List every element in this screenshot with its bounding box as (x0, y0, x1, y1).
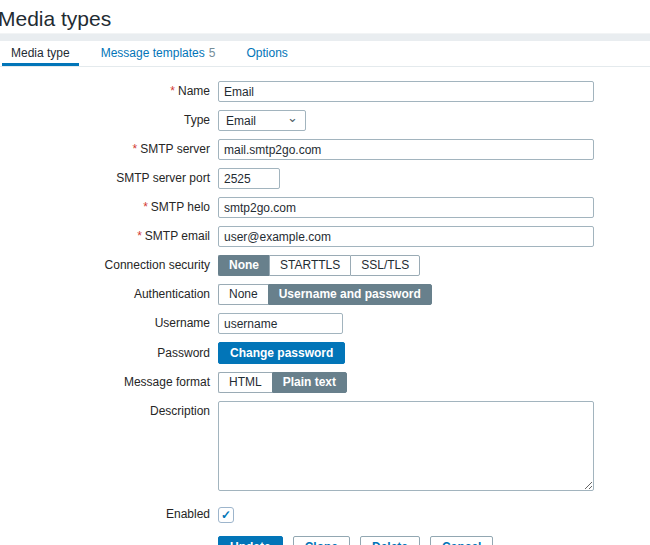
chevron-down-icon: ⌄ (287, 113, 298, 123)
smtp-email-row: *SMTP email (0, 226, 650, 247)
authentication-row: Authentication None Username and passwor… (0, 284, 650, 305)
connection-security-option-none[interactable]: None (218, 255, 269, 276)
authentication-option-none[interactable]: None (218, 284, 268, 305)
tab-bar: Media type Message templates5 Options (0, 41, 650, 67)
type-label: Type (0, 110, 218, 131)
smtp-server-port-input[interactable] (218, 168, 280, 189)
smtp-server-port-row: SMTP server port (0, 168, 650, 189)
type-select-value: Email (226, 114, 256, 128)
authentication-segmented: None Username and password (218, 284, 432, 305)
smtp-server-label: *SMTP server (0, 139, 218, 160)
smtp-server-port-label: SMTP server port (0, 168, 218, 189)
delete-button[interactable]: Delete (360, 536, 420, 545)
name-input[interactable] (218, 81, 594, 102)
name-row: *Name (0, 81, 650, 102)
message-format-label: Message format (0, 372, 218, 393)
username-label: Username (0, 313, 218, 334)
required-asterisk: * (170, 84, 175, 98)
required-asterisk: * (143, 200, 148, 214)
password-label: Password (0, 343, 218, 364)
change-password-button[interactable]: Change password (218, 342, 345, 364)
footer-row: Update Clone Delete Cancel (0, 536, 650, 545)
tab-media-type[interactable]: Media type (2, 41, 79, 66)
enabled-row: Enabled ✓ (0, 504, 650, 525)
cancel-button[interactable]: Cancel (430, 536, 493, 545)
description-row: Description (0, 401, 650, 491)
tab-options[interactable]: Options (237, 41, 296, 66)
connection-security-option-starttls[interactable]: STARTTLS (269, 255, 350, 276)
authentication-option-username-password[interactable]: Username and password (268, 284, 432, 305)
enabled-checkbox[interactable]: ✓ (218, 507, 234, 523)
media-type-form: *Name Type Email ⌄ *SMTP server SMTP ser… (0, 67, 650, 545)
type-select[interactable]: Email ⌄ (218, 110, 306, 131)
smtp-helo-input[interactable] (218, 197, 594, 218)
required-asterisk: * (133, 142, 138, 156)
message-format-segmented: HTML Plain text (218, 372, 347, 393)
enabled-label: Enabled (0, 504, 218, 525)
type-row: Type Email ⌄ (0, 110, 650, 131)
connection-security-row: Connection security None STARTTLS SSL/TL… (0, 255, 650, 276)
required-asterisk: * (137, 229, 142, 243)
update-button[interactable]: Update (218, 536, 283, 545)
page-title: Media types (0, 0, 650, 33)
authentication-label: Authentication (0, 284, 218, 305)
smtp-email-label: *SMTP email (0, 226, 218, 247)
connection-security-option-ssltls[interactable]: SSL/TLS (350, 255, 420, 276)
message-format-option-html[interactable]: HTML (218, 372, 272, 393)
tab-message-templates-label: Message templates (101, 46, 205, 60)
smtp-server-row: *SMTP server (0, 139, 650, 160)
smtp-email-input[interactable] (218, 226, 594, 247)
clone-button[interactable]: Clone (293, 536, 350, 545)
footer-buttons: Update Clone Delete Cancel (218, 536, 493, 545)
description-textarea[interactable] (218, 401, 594, 491)
connection-security-segmented: None STARTTLS SSL/TLS (218, 255, 420, 276)
name-label: *Name (0, 81, 218, 102)
username-row: Username (0, 313, 650, 334)
message-templates-count-badge: 5 (209, 46, 216, 60)
checkmark-icon: ✓ (221, 508, 231, 522)
password-row: Password Change password (0, 342, 650, 364)
username-input[interactable] (218, 313, 343, 334)
connection-security-label: Connection security (0, 255, 218, 276)
message-format-row: Message format HTML Plain text (0, 372, 650, 393)
tab-message-templates[interactable]: Message templates5 (92, 41, 225, 66)
smtp-helo-label: *SMTP helo (0, 197, 218, 218)
smtp-helo-row: *SMTP helo (0, 197, 650, 218)
message-format-option-plain-text[interactable]: Plain text (272, 372, 347, 393)
smtp-server-input[interactable] (218, 139, 594, 160)
description-label: Description (0, 401, 218, 422)
header-divider-strip (0, 33, 650, 41)
